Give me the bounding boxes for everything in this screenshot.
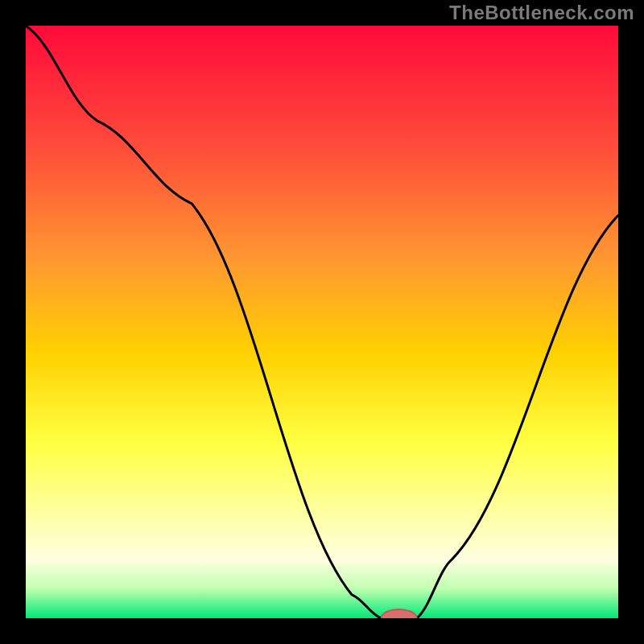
chart-container: TheBottleneck.com: [0, 0, 644, 644]
watermark-label: TheBottleneck.com: [449, 2, 634, 24]
bottleneck-chart: [0, 0, 644, 644]
plot-background: [26, 26, 618, 618]
